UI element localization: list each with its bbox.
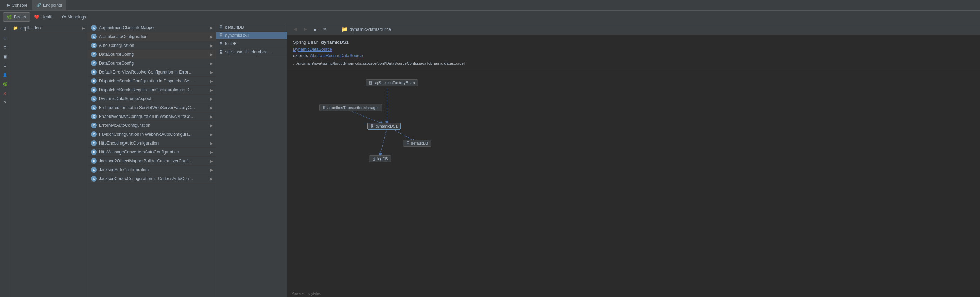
chevron-right-icon: ▶	[210, 26, 213, 30]
bean-item[interactable]: C HttpEncodingAutoConfiguration ▶	[88, 139, 216, 148]
nav-up-button[interactable]: ▲	[312, 25, 318, 33]
left-sidebar: ↺ ⊞ ⚙ ▣ ≡ 👤 🌿 ✕ ?	[0, 24, 10, 297]
dep-item-defaultdb[interactable]: 🗄 defaultDB	[216, 24, 287, 32]
detail-folder-icon: 📁	[341, 26, 347, 32]
sidebar-leaf-icon[interactable]: 🌿	[1, 80, 9, 88]
chevron-right-icon: ▶	[210, 106, 213, 110]
bean-item[interactable]: C DispatcherServletRegistrationConfigura…	[88, 86, 216, 94]
chevron-right-icon: ▶	[210, 115, 213, 119]
sidebar-refresh-icon[interactable]: ↺	[1, 25, 9, 33]
chevron-right-icon: ▶	[210, 79, 213, 83]
bean-type-icon: C	[91, 87, 97, 93]
beans-icon: 🌿	[7, 14, 12, 19]
bean-item[interactable]: C DynamicDataSourceAspect ▶	[88, 94, 216, 103]
class-link[interactable]: DynamicDataSource	[293, 47, 332, 52]
bean-item[interactable]: C HttpMessageConvertersAutoConfiguration…	[88, 148, 216, 157]
bean-type-icon: C	[91, 132, 97, 137]
nav-edit-button[interactable]: ✏	[321, 25, 329, 33]
app-folder-icon: 📁	[13, 25, 18, 30]
sidebar-layout-icon[interactable]: ⊞	[1, 34, 9, 42]
detail-folder-label: dynamic-datasource	[350, 27, 391, 32]
extends-line: extends AbstractRoutingDataSource	[293, 53, 974, 58]
dep-db-icon: 🗄	[219, 50, 223, 54]
detail-panel: ◀ ▶ ▲ ✏ 📁 dynamic-datasource Spring Bean…	[287, 24, 980, 297]
bean-item[interactable]: C DefaultErrorViewResolverConfiguration …	[88, 68, 216, 77]
chevron-right-icon: ▶	[210, 141, 213, 145]
bean-item[interactable]: C JacksonAutoConfiguration ▶	[88, 165, 216, 175]
nav-back-button[interactable]: ◀	[291, 25, 299, 33]
bean-type-icon: C	[91, 78, 97, 84]
bean-item[interactable]: C AtomikosJtaConfiguration ▶	[88, 32, 216, 41]
graph-node-sqlsession[interactable]: 🗄 sqlSessionFactoryBean	[366, 79, 418, 86]
graph-node-dynamicds1[interactable]: 🗄 dynamicDS1	[368, 122, 401, 130]
chevron-right-icon: ▶	[210, 35, 213, 39]
health-button[interactable]: ❤️ Health	[30, 13, 57, 22]
bean-item[interactable]: C Auto Configuration ▶	[88, 41, 216, 50]
beans-button[interactable]: 🌿 Beans	[3, 13, 30, 22]
mappings-button[interactable]: 🗺 Mappings	[58, 13, 90, 22]
bean-item[interactable]: C AppointmentClassInfoMapper ▶	[88, 24, 216, 32]
graph-node-atomikos[interactable]: 🗄 atomikosTransactionManager	[319, 104, 382, 111]
sidebar-layers-icon[interactable]: ≡	[1, 62, 9, 70]
bean-type-icon: C	[91, 60, 97, 66]
nav-forward-button[interactable]: ▶	[302, 25, 309, 33]
dep-db-icon: 🗄	[219, 41, 223, 46]
chevron-right-icon: ▶	[210, 177, 213, 181]
bean-type-icon: C	[91, 105, 97, 111]
bean-type-icon: C	[91, 114, 97, 119]
node-db-icon: 🗄	[323, 106, 326, 110]
chevron-right-icon: ▶	[210, 159, 213, 163]
bean-item[interactable]: C ErrorMvcAutoConfiguration ▶	[88, 121, 216, 130]
chevron-right-icon: ▶	[210, 88, 213, 92]
bean-type-icon: C	[91, 158, 97, 164]
bean-item[interactable]: C DispatcherServletConfiguration in Disp…	[88, 77, 216, 86]
bean-item[interactable]: C JacksonCodecConfiguration in CodecsAut…	[88, 175, 216, 183]
sidebar-help-icon[interactable]: ?	[1, 99, 9, 106]
tab-console[interactable]: ▶ Console	[3, 0, 32, 10]
detail-title: 📁 dynamic-datasource	[341, 26, 391, 32]
powered-by-label: Powered by yFiles	[291, 292, 321, 295]
bean-type-icon: C	[91, 140, 97, 146]
dep-item-dynamicds1[interactable]: 🗄 dynamicDS1	[216, 32, 287, 40]
endpoints-icon: 🔗	[36, 3, 41, 8]
graph-svg	[287, 70, 980, 297]
sidebar-close-icon[interactable]: ✕	[1, 89, 9, 97]
sidebar-settings-icon[interactable]: ⚙	[1, 43, 9, 51]
file-path: …/src/main/java/spring/boot/dynamicdatas…	[293, 61, 974, 65]
dep-item-sqlsession[interactable]: 🗄 sqlSessionFactoryBea…	[216, 48, 287, 56]
bean-item[interactable]: C DataSourceConfig ▶	[88, 50, 216, 59]
dep-db-icon: 🗄	[219, 33, 223, 38]
bean-item[interactable]: C FaviconConfiguration in WebMvcAutoConf…	[88, 130, 216, 139]
extends-link[interactable]: AbstractRoutingDataSource	[310, 53, 363, 58]
bean-item[interactable]: C EnableWebMvcConfiguration in WebMvcAut…	[88, 112, 216, 121]
content-area: 📁 application ▶ C AppointmentClassInfoMa…	[10, 24, 980, 297]
mappings-icon: 🗺	[62, 14, 66, 19]
detail-header: ◀ ▶ ▲ ✏ 📁 dynamic-datasource	[287, 24, 980, 35]
detail-info: Spring Bean dynamicDS1 DynamicDataSource…	[287, 35, 980, 70]
chevron-right-icon: ▶	[210, 132, 213, 137]
sidebar-filter-icon[interactable]: ▣	[1, 52, 9, 60]
tab-endpoints[interactable]: 🔗 Endpoints	[32, 0, 67, 10]
bean-item[interactable]: C DataSourceConfig ▶	[88, 59, 216, 68]
app-expand-arrow[interactable]: ▶	[82, 26, 85, 30]
svg-line-3	[380, 129, 387, 156]
bean-item[interactable]: C EmbeddedTomcat in ServletWebServerFact…	[88, 103, 216, 112]
sidebar-user-icon[interactable]: 👤	[1, 71, 9, 79]
chevron-right-icon: ▶	[210, 150, 213, 154]
graph-node-logdb[interactable]: 🗄 logDB	[369, 155, 391, 162]
node-db-icon: 🗄	[371, 124, 374, 128]
app-header: 📁 application ▶	[10, 24, 88, 33]
chevron-right-icon: ▶	[210, 168, 213, 172]
dependencies-panel: 🗄 defaultDB 🗄 dynamicDS1 🗄 logDB 🗄 sqlSe…	[216, 24, 287, 297]
chevron-right-icon: ▶	[210, 44, 213, 48]
toolbar: 🌿 Beans ❤️ Health 🗺 Mappings	[0, 11, 980, 24]
dep-item-logdb[interactable]: 🗄 logDB	[216, 40, 287, 48]
console-icon: ▶	[7, 3, 10, 8]
health-icon: ❤️	[34, 14, 40, 19]
bean-type-icon: C	[91, 43, 97, 48]
bean-type-icon: C	[91, 176, 97, 181]
graph-node-defaultdb[interactable]: 🗄 defaultDB	[403, 140, 431, 147]
bean-title: Spring Bean dynamicDS1	[293, 40, 974, 45]
main-layout: ↺ ⊞ ⚙ ▣ ≡ 👤 🌿 ✕ ? 📁 application ▶ C Appo…	[0, 24, 980, 297]
bean-item[interactable]: C Jackson2ObjectMapperBuilderCustomizerC…	[88, 157, 216, 165]
